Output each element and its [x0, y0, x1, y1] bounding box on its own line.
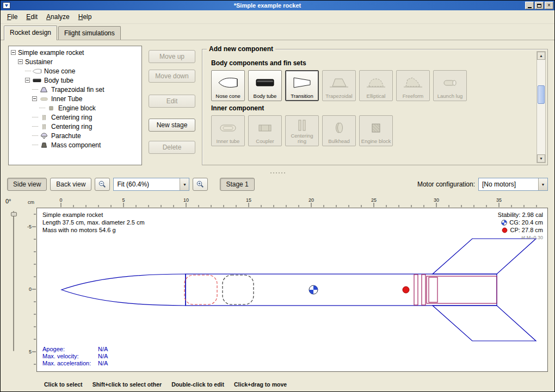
nose-cone-outline[interactable]: [61, 274, 186, 306]
tree-expander-icon[interactable]: [18, 59, 23, 64]
tree-expander-icon[interactable]: [32, 96, 37, 101]
window-title: *Simple example rocket: [11, 2, 524, 9]
chevron-down-icon[interactable]: ▼: [538, 178, 547, 190]
tree-item-inner-tube[interactable]: Inner Tube: [9, 94, 141, 103]
tree-item-label: Parachute: [51, 132, 81, 140]
tree-item-trapezoidal-fin-set[interactable]: Trapezoidal fin set: [9, 85, 141, 94]
add-nose-cone-button[interactable]: Nose cone: [211, 70, 245, 101]
component-button-label: Elliptical: [367, 94, 386, 99]
mass-component-outline[interactable]: [223, 275, 254, 304]
tree-item-centering-ring[interactable]: Centering ring: [9, 122, 141, 131]
close-button[interactable]: ×: [545, 2, 553, 9]
pane-splitter[interactable]: [1, 171, 554, 175]
fin-bottom-outline[interactable]: [433, 306, 536, 341]
menu-edit[interactable]: Edit: [22, 11, 42, 22]
tree-item-parachute[interactable]: Parachute: [9, 131, 141, 140]
back-view-button[interactable]: Back view: [50, 178, 91, 191]
component-button-label: Nose cone: [215, 94, 240, 99]
menu-analyze[interactable]: Analyze: [42, 11, 74, 22]
tree-item-centering-ring[interactable]: Centering ring: [9, 113, 141, 122]
zoom-select[interactable]: Fit (60.4%) ▼: [113, 178, 189, 191]
scroll-up-icon[interactable]: ▲: [537, 52, 545, 60]
parachute-outline[interactable]: [184, 275, 217, 304]
tree-item-engine-block[interactable]: Engine block: [9, 103, 141, 113]
zoom-out-button[interactable]: [95, 178, 110, 191]
flight-stat-value: N/A: [98, 360, 108, 366]
menu-help[interactable]: Help: [74, 11, 96, 22]
component-panel-scrollbar[interactable]: ▲ ▼: [536, 51, 546, 163]
minimize-button[interactable]: [525, 2, 534, 9]
titlebar[interactable]: *Simple example rocket ×: [1, 1, 554, 10]
flight-stat-value: N/A: [98, 353, 108, 359]
minimize-icon: [528, 7, 532, 8]
add-transition-button[interactable]: Transition: [285, 70, 319, 101]
rotation-slider-track: [13, 211, 14, 351]
body-tube-outline[interactable]: [186, 274, 497, 306]
rotation-slider-thumb[interactable]: [11, 212, 17, 216]
add-component-title: Add new component: [207, 45, 275, 53]
tree-item-label: Centering ring: [51, 114, 92, 121]
flight-stat-row: Max. velocity:N/A: [42, 353, 108, 360]
status-hint: Click to select: [44, 381, 83, 388]
centering-ring-outline[interactable]: [422, 275, 425, 305]
magnifier-plus-icon: [196, 180, 205, 189]
engine-block-icon: [46, 105, 56, 111]
tab-rocket-design[interactable]: Rocket design: [4, 26, 57, 40]
status-hint: Shift+click to select other: [92, 381, 162, 388]
tree-item-sustainer[interactable]: Sustainer: [9, 57, 141, 66]
tree-item-body-tube[interactable]: Body tube: [9, 76, 141, 85]
fin-top-outline[interactable]: [433, 239, 536, 274]
design-pane: Simple example rocketSustainerNose coneB…: [1, 40, 554, 171]
h-ruler-tick-label: 10: [183, 197, 189, 203]
tree-connector: [25, 71, 31, 71]
app-icon[interactable]: [3, 2, 11, 9]
tree-item-nose-cone[interactable]: Nose cone: [9, 66, 141, 76]
scrollbar-thumb[interactable]: [538, 85, 545, 104]
tree-expander-icon[interactable]: [25, 78, 30, 83]
stage-1-toggle[interactable]: Stage 1: [220, 178, 254, 191]
scroll-down-icon[interactable]: ▼: [537, 154, 545, 163]
add-bulkhead-button: Bulkhead: [322, 115, 356, 146]
delete-button: Delete: [149, 141, 195, 154]
component-button-row: Inner tubeCouplerCentering ringBulkheadE…: [211, 115, 533, 146]
chevron-down-icon[interactable]: ▼: [180, 178, 189, 190]
component-tree[interactable]: Simple example rocketSustainerNose coneB…: [8, 46, 142, 165]
add-component-panel: Add new component Body components and fi…: [202, 49, 548, 165]
motor-configuration-select[interactable]: [No motors] ▼: [478, 178, 548, 191]
status-bar: Click to selectShift+click to select oth…: [1, 377, 554, 391]
add-elliptical-button: Elliptical: [359, 70, 393, 101]
add-body-tube-button[interactable]: Body tube: [248, 70, 282, 101]
tab-bar: Rocket design Flight simulations: [1, 24, 554, 40]
engine-block-outline[interactable]: [429, 277, 437, 302]
flight-stat-label: Apogee:: [42, 346, 98, 353]
rotation-slider[interactable]: [11, 211, 17, 351]
add-inner-tube-button: Inner tube: [211, 115, 245, 146]
launch-lug-icon: [434, 72, 466, 93]
vertical-ruler: -505: [26, 208, 36, 372]
tree-item-simple-example-rocket[interactable]: Simple example rocket: [9, 48, 141, 57]
edit-button: Edit: [149, 95, 195, 108]
trapezoid-fin-icon: [323, 72, 355, 93]
tab-flight-simulations[interactable]: Flight simulations: [58, 26, 121, 40]
tree-item-label: Sustainer: [25, 58, 53, 66]
zoom-in-button[interactable]: [193, 178, 208, 191]
centering-ring-outline[interactable]: [414, 275, 418, 305]
new-stage-button[interactable]: New stage: [149, 119, 195, 132]
add-coupler-button: Coupler: [248, 115, 282, 146]
tree-connector: [32, 89, 38, 90]
tree-item-label: Mass component: [51, 141, 101, 149]
side-view-button[interactable]: Side view: [7, 178, 47, 191]
menu-file[interactable]: File: [3, 11, 22, 22]
rocket-info: Simple example rocket Length 37.5 cm, ma…: [42, 211, 145, 234]
tree-expander-icon[interactable]: [11, 50, 16, 55]
rocket-dimensions: Length 37.5 cm, max. diameter 2.5 cm: [42, 219, 145, 226]
component-button-label: Launch lug: [437, 94, 462, 99]
cg-value: CG: 20.4 cm: [509, 219, 543, 226]
maximize-button[interactable]: [535, 2, 544, 9]
cp-icon: [502, 227, 508, 233]
tree-item-mass-component[interactable]: Mass component: [9, 140, 141, 150]
rocket-canvas[interactable]: Simple example rocket Length 37.5 cm, ma…: [36, 208, 548, 372]
zoom-select-value: Fit (60.4%): [114, 181, 180, 188]
mass-icon: [39, 142, 49, 148]
inner-tube-outline[interactable]: [427, 276, 497, 303]
